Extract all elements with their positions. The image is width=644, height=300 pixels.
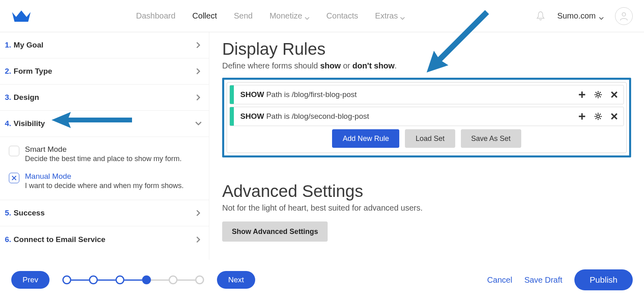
- nav-collect[interactable]: Collect: [192, 11, 217, 21]
- rule-row[interactable]: SHOW Path is /blog/second-blog-post: [229, 107, 624, 126]
- nav-dashboard[interactable]: Dashboard: [136, 11, 175, 21]
- rules-highlight-box: SHOW Path is /blog/first-blog-post SHOW …: [222, 78, 631, 157]
- notifications-bell-icon[interactable]: [535, 11, 546, 21]
- save-draft-button[interactable]: Save Draft: [524, 275, 562, 285]
- avatar[interactable]: [615, 7, 633, 25]
- step-label: 2.Form Type: [5, 67, 52, 76]
- mode-title: Manual Mode: [25, 172, 184, 181]
- step-connect-email[interactable]: 6.Connect to Email Service: [0, 226, 209, 252]
- load-set-button[interactable]: Load Set: [405, 129, 455, 148]
- next-button[interactable]: Next: [217, 271, 255, 289]
- step-label: 1.My Goal: [5, 41, 43, 50]
- publish-button[interactable]: Publish: [574, 269, 633, 290]
- chevron-down-icon: [195, 120, 202, 127]
- plus-icon[interactable]: [578, 91, 586, 98]
- nav-extras[interactable]: Extras: [375, 11, 405, 21]
- display-rules-subtitle: Define where forms should show or don't …: [222, 61, 631, 70]
- prev-button[interactable]: Prev: [11, 271, 50, 289]
- progress-node-current[interactable]: [142, 275, 151, 284]
- checkbox-checked[interactable]: [9, 173, 19, 183]
- visibility-modes: Smart Mode Decide the best time and plac…: [0, 137, 209, 200]
- chevron-right-icon: [195, 42, 202, 48]
- svg-point-0: [622, 12, 626, 16]
- nav-label: Dashboard: [136, 11, 175, 21]
- step-form-type[interactable]: 2.Form Type: [0, 58, 209, 85]
- rule-handle[interactable]: [230, 85, 234, 104]
- rule-text: SHOW Path is /blog/first-blog-post: [234, 90, 578, 99]
- step-label: 5.Success: [5, 209, 45, 217]
- mode-title: Smart Mode: [25, 145, 182, 154]
- nav-label: Send: [234, 11, 253, 21]
- step-label: 3.Design: [5, 93, 39, 102]
- step-design[interactable]: 3.Design: [0, 85, 209, 111]
- nav-monetize[interactable]: Monetize: [270, 11, 310, 21]
- plus-icon[interactable]: [578, 113, 586, 120]
- mode-smart[interactable]: Smart Mode Decide the best time and plac…: [9, 145, 204, 163]
- gear-icon[interactable]: [594, 91, 602, 98]
- mode-desc: I want to decide where and when my form …: [25, 182, 184, 190]
- show-advanced-settings-button[interactable]: Show Advanced Settings: [222, 221, 328, 242]
- nav-contacts[interactable]: Contacts: [326, 11, 358, 21]
- progress-node[interactable]: [195, 275, 204, 284]
- close-icon[interactable]: [611, 113, 618, 120]
- footer-right: Cancel Save Draft Publish: [487, 269, 633, 290]
- progress-line: [151, 279, 169, 281]
- step-success[interactable]: 5.Success: [0, 200, 209, 226]
- mode-manual[interactable]: Manual Mode I want to decide where and w…: [9, 172, 204, 190]
- nav-label: Contacts: [326, 11, 358, 21]
- step-visibility[interactable]: 4.Visibility: [0, 111, 209, 137]
- step-label: 6.Connect to Email Service: [5, 235, 105, 244]
- nav-right: Sumo.com: [535, 7, 633, 25]
- progress-node[interactable]: [89, 275, 98, 284]
- rule-handle[interactable]: [230, 107, 234, 126]
- cancel-button[interactable]: Cancel: [487, 275, 512, 285]
- chevron-right-icon: [195, 236, 202, 243]
- svg-point-2: [597, 115, 600, 118]
- progress-line: [124, 279, 142, 281]
- progress-node[interactable]: [116, 275, 124, 284]
- chevron-down-icon: [400, 14, 405, 19]
- nav-label: Monetize: [270, 11, 302, 21]
- chevron-down-icon: [599, 14, 604, 19]
- progress-stepper: [62, 275, 204, 284]
- account-selector[interactable]: Sumo.com: [557, 11, 604, 21]
- rules-panel: SHOW Path is /blog/first-blog-post SHOW …: [227, 82, 627, 153]
- svg-point-1: [597, 93, 600, 96]
- nav-items: Dashboard Collect Send Monetize Contacts…: [136, 11, 535, 21]
- close-icon[interactable]: [611, 91, 618, 98]
- nav-label: Extras: [375, 11, 398, 21]
- footer: Prev Next Cancel Save Draft Publish: [0, 260, 644, 300]
- add-new-rule-button[interactable]: Add New Rule: [332, 129, 399, 148]
- mode-desc: Decide the best time and place to show m…: [25, 155, 182, 163]
- nav-label: Collect: [192, 11, 217, 21]
- chevron-down-icon: [305, 14, 310, 19]
- top-nav: Dashboard Collect Send Monetize Contacts…: [0, 0, 644, 32]
- display-rules-title: Display Rules: [222, 39, 631, 59]
- sidebar: 1.My Goal 2.Form Type 3.Design 4.Visibil…: [0, 32, 209, 260]
- rule-actions: [578, 113, 623, 120]
- chevron-right-icon: [195, 94, 202, 101]
- content: Display Rules Define where forms should …: [209, 32, 644, 260]
- progress-line: [71, 279, 89, 281]
- rule-row[interactable]: SHOW Path is /blog/first-blog-post: [229, 85, 624, 104]
- mode-text: Manual Mode I want to decide where and w…: [25, 172, 184, 190]
- rule-buttons: Add New Rule Load Set Save As Set: [229, 129, 624, 148]
- rule-text: SHOW Path is /blog/second-blog-post: [234, 112, 578, 121]
- advanced-settings-subtitle: Not for the light of heart, best suited …: [222, 203, 631, 213]
- progress-node[interactable]: [169, 275, 178, 284]
- logo-crown-icon: [11, 8, 31, 24]
- checkbox-unchecked[interactable]: [9, 146, 19, 156]
- progress-line: [98, 279, 116, 281]
- rule-actions: [578, 91, 623, 98]
- save-as-set-button[interactable]: Save As Set: [461, 129, 521, 148]
- progress-node[interactable]: [62, 275, 71, 284]
- mode-text: Smart Mode Decide the best time and plac…: [25, 145, 182, 163]
- progress-line: [178, 279, 195, 281]
- nav-send[interactable]: Send: [234, 11, 253, 21]
- gear-icon[interactable]: [594, 113, 602, 120]
- step-my-goal[interactable]: 1.My Goal: [0, 32, 209, 58]
- chevron-right-icon: [195, 68, 202, 74]
- chevron-right-icon: [195, 210, 202, 216]
- step-label: 4.Visibility: [5, 119, 45, 128]
- account-name: Sumo.com: [557, 11, 596, 21]
